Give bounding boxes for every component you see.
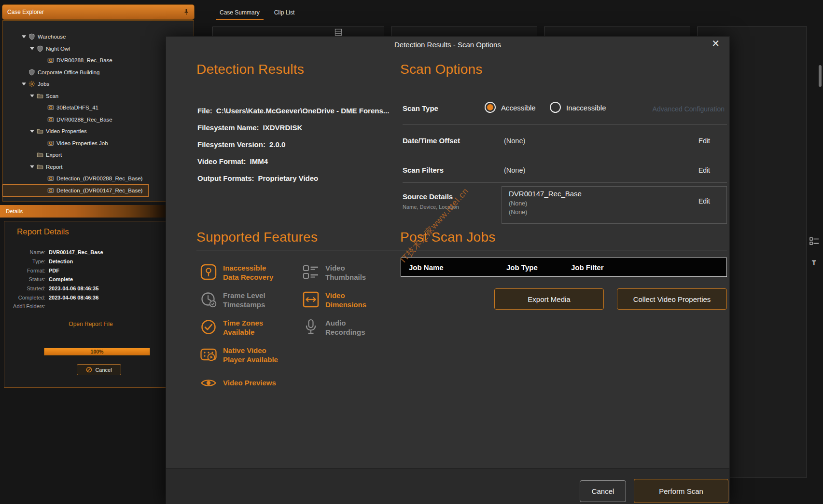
tree-item-report[interactable]: Report <box>3 161 194 173</box>
field-label: Status: <box>4 276 49 283</box>
detection-field-fs-name: Filesystem Name:IXDVRDISK <box>197 123 302 132</box>
feature-label-line: Available <box>223 328 254 336</box>
case-explorer-titlebar: Case Explorer <box>2 5 194 19</box>
detection-field-file: File:C:\Users\Kate.McGeever\OneDrive - D… <box>197 107 389 115</box>
edit-datetime-button[interactable]: Edit <box>698 137 710 145</box>
detail-row-completed: Completed:2023-04-06 08:46:36 <box>4 295 177 301</box>
detail-row-name: Name:DVR00147_Rec_Base <box>4 249 177 256</box>
detail-row-type: Type:Detection <box>4 259 177 265</box>
detection-field-output-formats: Output Formats:Proprietary Video <box>197 174 318 182</box>
detail-row-status: Status:Complete <box>4 276 177 283</box>
tree-item-30betadhfs-41[interactable]: 30BetaDHFS_41 <box>3 102 194 114</box>
advanced-configuration-link[interactable]: Advanced Configuration <box>653 105 725 113</box>
field-value: IMM4 <box>250 157 268 165</box>
tab-clip-list[interactable]: Clip List <box>270 7 299 20</box>
shield-icon <box>28 33 35 40</box>
field-label: Type: <box>4 259 49 265</box>
progress-label: 100% <box>91 349 104 354</box>
open-report-file-link[interactable]: Open Report File <box>4 321 177 327</box>
clip-list-icon[interactable] <box>809 236 820 247</box>
expand-arrow-icon[interactable] <box>22 82 26 85</box>
folder-icon <box>37 128 43 135</box>
detection-field-video-format: Video Format:IMM4 <box>197 157 268 165</box>
folder-icon <box>37 93 43 99</box>
tree-item-detection-dvr00147[interactable]: Detection_(DVR00147_Rec_Base) <box>3 185 148 197</box>
separator <box>403 156 727 156</box>
tree-item-corporate-office-building[interactable]: Corporate Office Building <box>3 67 194 79</box>
clock-check-icon <box>200 291 217 308</box>
feature-label-line: Data Recovery <box>223 273 273 281</box>
tree-item-warehouse[interactable]: Warehouse <box>3 31 194 43</box>
device-icon <box>47 57 54 64</box>
details-titlebar: Details <box>0 205 167 218</box>
tree-item-detection-dvr00288[interactable]: Detection_(DVR00288_Rec_Base) <box>3 173 194 185</box>
feature-label-line: Recordings <box>325 328 365 336</box>
field-value: Complete <box>49 276 73 283</box>
radio-inaccessible[interactable] <box>550 102 561 113</box>
expand-arrow-icon[interactable] <box>30 95 34 97</box>
source-details-box: DVR00147_Rec_Base (None) (None) <box>502 186 727 224</box>
feature-video-thumbnails: VideoThumbnails <box>302 263 401 282</box>
tree-item-video-properties[interactable]: Video Properties <box>3 125 194 137</box>
device-icon <box>47 116 54 123</box>
field-label: File: <box>197 107 212 115</box>
divider <box>400 88 727 88</box>
source-details-sublabel: Name, Device, Location <box>403 204 459 210</box>
edit-source-button[interactable]: Edit <box>698 197 710 205</box>
divider <box>400 250 727 250</box>
tab-label: Clip List <box>274 9 295 16</box>
feature-audio-recordings: AudioRecordings <box>302 318 401 337</box>
app-window: T Case Summary Clip List Case Explorer W… <box>0 0 823 504</box>
cancel-button[interactable]: Cancel <box>580 480 626 502</box>
tree-item-jobs[interactable]: Jobs <box>3 78 194 90</box>
grid-icon[interactable] <box>335 28 342 36</box>
device-icon <box>47 140 54 147</box>
feature-time-zones-available: Time ZonesAvailable <box>200 318 299 337</box>
scan-type-label: Scan Type <box>403 104 438 112</box>
field-label: Filesystem Name: <box>197 123 259 132</box>
feature-label-line: Video <box>325 264 345 272</box>
radio-inaccessible-label: Inaccessible <box>566 104 606 112</box>
tree-item-export[interactable]: Export <box>3 149 194 161</box>
detail-row-format: Format:PDF <box>4 268 177 274</box>
pin-icon[interactable] <box>183 9 189 15</box>
details-cancel-button[interactable]: Cancel <box>77 364 121 375</box>
tab-case-summary[interactable]: Case Summary <box>216 7 264 20</box>
divider <box>196 88 417 88</box>
close-icon[interactable]: ✕ <box>711 38 720 49</box>
column-job-type: Job Type <box>506 263 538 272</box>
tree-item-label: Detection_(DVR00288_Rec_Base) <box>56 176 142 181</box>
expand-arrow-icon[interactable] <box>30 47 34 50</box>
tree-item-scan[interactable]: Scan <box>3 90 194 102</box>
field-label: Name: <box>4 249 49 256</box>
expand-arrow-icon[interactable] <box>30 165 34 168</box>
field-value: C:\Users\Kate.McGeever\OneDrive - DME Fo… <box>216 107 389 115</box>
gear-icon <box>28 81 35 87</box>
expand-arrow-icon[interactable] <box>30 130 34 133</box>
feature-label-line: Thumbnails <box>325 273 366 281</box>
radio-accessible[interactable] <box>485 102 496 113</box>
tree-item-night-owl[interactable]: Night Owl <box>3 43 194 55</box>
edit-filters-button[interactable]: Edit <box>698 166 710 174</box>
tree-item-label: Corporate Office Building <box>38 69 99 75</box>
source-name-value: DVR00147_Rec_Base <box>509 190 582 198</box>
field-label: Video Format: <box>197 157 246 165</box>
tree-item-label: Video Properties Job <box>56 140 108 146</box>
source-location-value: (None) <box>509 209 527 216</box>
tree-item-dvr00288-rec-base[interactable]: DVR00288_Rec_Base <box>3 54 194 67</box>
perform-scan-button[interactable]: Perform Scan <box>634 479 728 503</box>
tree-indent-spacer <box>30 153 34 156</box>
feature-label-line: Audio <box>325 319 346 327</box>
shield-icon <box>28 69 35 76</box>
tree-item-label: Export <box>46 152 62 158</box>
collect-video-properties-button[interactable]: Collect Video Properties <box>617 288 727 310</box>
scrollbar-thumb[interactable] <box>819 65 822 87</box>
export-media-button[interactable]: Export Media <box>494 288 604 310</box>
field-value: 2023-04-06 08:46:36 <box>49 295 98 301</box>
feature-label-line: Video Previews <box>223 379 276 387</box>
dialog-title: Detection Results - Scan Options <box>166 41 729 49</box>
check-circle-icon <box>200 318 217 336</box>
tree-item-dvr00288-rec-base-2[interactable]: DVR00288_Rec_Base <box>3 114 194 126</box>
tree-item-video-properties-job[interactable]: Video Properties Job <box>3 137 194 150</box>
expand-arrow-icon[interactable] <box>22 35 26 38</box>
